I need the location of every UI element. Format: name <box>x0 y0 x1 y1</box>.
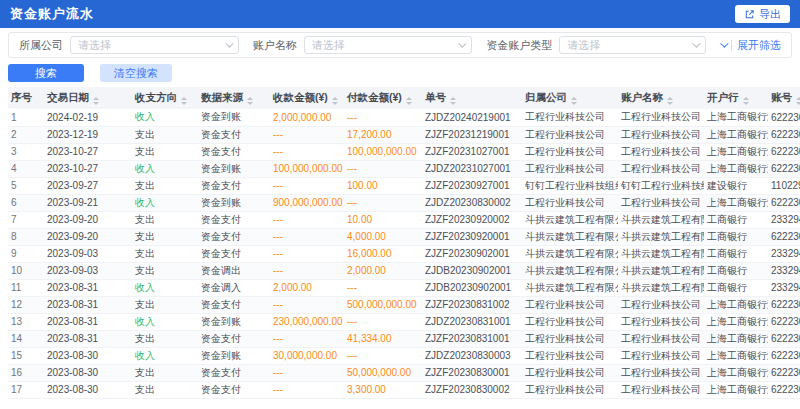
search-button[interactable]: 搜索 <box>8 64 84 82</box>
cell-source: 资金支付 <box>198 126 270 143</box>
cell-bank: 上海工商银行漕河泾支行 <box>704 381 768 398</box>
cell-receive-amount: --- <box>270 330 344 347</box>
cell-index: 14 <box>8 330 44 347</box>
cell-company: 斗拱云建筑工程有限公司 <box>522 245 618 262</box>
column-header-date[interactable]: 交易日期 <box>44 87 132 109</box>
cell-payment-amount: --- <box>344 347 422 364</box>
cell-account-name: 工程行业科技公司 <box>618 313 704 330</box>
account-type-select[interactable]: 请选择 <box>559 36 706 54</box>
cell-direction: 支出 <box>132 330 198 347</box>
cell-receive-amount: --- <box>270 228 344 245</box>
cell-payment-amount: 100.00 <box>344 177 422 194</box>
cell-company: 工程行业科技公司 <box>522 313 618 330</box>
cell-receive-amount: --- <box>270 211 344 228</box>
column-header-label: 账号 <box>771 91 792 103</box>
sort-icon[interactable] <box>247 97 253 105</box>
cell-source: 资金支付 <box>198 211 270 228</box>
sort-icon[interactable] <box>571 97 577 105</box>
sort-icon[interactable] <box>332 97 338 105</box>
cell-source: 资金到账 <box>198 109 270 126</box>
cell-company: 工程行业科技公司 <box>522 330 618 347</box>
cell-account-no: 62223011120 <box>768 143 800 160</box>
cell-account-name: 斗拱云建筑工程有限公司 <box>618 279 704 296</box>
cell-date: 2023-08-31 <box>44 330 132 347</box>
cell-account-no: 62223011120 <box>768 194 800 211</box>
cell-index: 4 <box>8 160 44 177</box>
cell-receive-amount: 230,000,000.00 <box>270 313 344 330</box>
expand-filters-link[interactable]: 展开筛选 <box>720 38 781 53</box>
table-row: 72023-09-20支出资金支付---10.00ZJZF20230920002… <box>8 211 800 228</box>
cell-bank: 上海工商银行漕河泾支行 <box>704 330 768 347</box>
column-header-account-name[interactable]: 账户名称 <box>618 87 704 109</box>
cell-company: 工程行业科技公司 <box>522 109 618 126</box>
column-header-direction[interactable]: 收支方向 <box>132 87 198 109</box>
cell-company: 工程行业科技公司 <box>522 364 618 381</box>
sort-icon[interactable] <box>743 97 749 105</box>
clear-search-button[interactable]: 清空搜索 <box>100 64 172 82</box>
account-type-select-placeholder: 请选择 <box>567 38 600 53</box>
cell-account-no: 62223011120 <box>768 364 800 381</box>
account-name-select[interactable]: 请选择 <box>304 36 473 54</box>
export-button[interactable]: 导出 <box>735 5 790 23</box>
cell-index: 15 <box>8 347 44 364</box>
cell-payment-amount: 100,000,000.00 <box>344 143 422 160</box>
sort-icon[interactable] <box>406 97 412 105</box>
cell-company: 斗拱云建筑工程有限公司 <box>522 279 618 296</box>
column-header-doc-no[interactable]: 单号 <box>422 87 522 109</box>
cell-company: 工程行业科技公司 <box>522 143 618 160</box>
cell-account-name: 工程行业科技公司 <box>618 364 704 381</box>
sort-icon[interactable] <box>450 97 456 105</box>
export-button-label: 导出 <box>759 7 781 22</box>
cell-account-name: 工程行业科技公司 <box>618 347 704 364</box>
cell-company: 工程行业科技公司 <box>522 381 618 398</box>
cell-receive-amount: --- <box>270 296 344 313</box>
cell-index: 13 <box>8 313 44 330</box>
chevron-down-icon <box>459 39 467 47</box>
filter-field-account-type: 资金账户类型 请选择 <box>486 36 706 54</box>
chevron-down-icon <box>720 39 728 47</box>
column-header-label: 归属公司 <box>525 91 567 103</box>
cell-bank: 工商银行 <box>704 228 768 245</box>
column-header-label: 交易日期 <box>47 91 89 103</box>
column-header-account-no[interactable]: 账号 <box>768 87 800 109</box>
cell-direction: 支出 <box>132 245 198 262</box>
cell-receive-amount: --- <box>270 177 344 194</box>
sort-icon[interactable] <box>181 97 187 105</box>
cell-index: 5 <box>8 177 44 194</box>
filter-label-account-name: 账户名称 <box>253 38 297 53</box>
table-row: 12024-02-19收入资金到账2,000,000.00---ZJDZ2024… <box>8 109 800 126</box>
column-header-payment-amount[interactable]: 付款金额(¥) <box>344 87 422 109</box>
cell-direction: 支出 <box>132 177 198 194</box>
chevron-down-icon <box>225 39 233 47</box>
cell-account-no: 62223011120 <box>768 381 800 398</box>
column-header-bank[interactable]: 开户行 <box>704 87 768 109</box>
column-header-label: 账户名称 <box>621 91 663 103</box>
cell-payment-amount: --- <box>344 194 422 211</box>
cell-doc-no: ZJDZ20230830002 <box>422 194 522 211</box>
cell-account-no: 62223011120 <box>768 313 800 330</box>
cell-date: 2023-08-30 <box>44 364 132 381</box>
cell-date: 2024-02-19 <box>44 109 132 126</box>
table-header: 序号交易日期收支方向数据来源收款金额(¥)付款金额(¥)单号归属公司账户名称开户… <box>8 87 800 109</box>
cell-date: 2023-08-31 <box>44 279 132 296</box>
cell-payment-amount: 4,000.00 <box>344 228 422 245</box>
cell-doc-no: ZJZF20230920002 <box>422 211 522 228</box>
column-header-source[interactable]: 数据来源 <box>198 87 270 109</box>
column-header-receive-amount[interactable]: 收款金额(¥) <box>270 87 344 109</box>
cell-direction: 支出 <box>132 143 198 160</box>
cell-payment-amount: 17,200.00 <box>344 126 422 143</box>
cell-bank: 上海工商银行漕河泾支行 <box>704 296 768 313</box>
cell-bank: 上海工商银行漕河泾支行 <box>704 194 768 211</box>
sort-icon[interactable] <box>93 97 99 105</box>
cell-company: 工程行业科技公司 <box>522 160 618 177</box>
cell-account-name: 斗拱云建筑工程有限公司 <box>618 262 704 279</box>
sort-icon[interactable] <box>796 97 800 105</box>
company-select[interactable]: 请选择 <box>70 36 239 54</box>
cell-bank: 上海工商银行漕河泾支行 <box>704 313 768 330</box>
cell-company: 工程行业科技公司 <box>522 194 618 211</box>
cell-index: 1 <box>8 109 44 126</box>
sort-icon[interactable] <box>667 97 673 105</box>
cell-date: 2023-09-20 <box>44 211 132 228</box>
cell-bank: 上海工商银行漕河泾支行 <box>704 143 768 160</box>
column-header-company[interactable]: 归属公司 <box>522 87 618 109</box>
